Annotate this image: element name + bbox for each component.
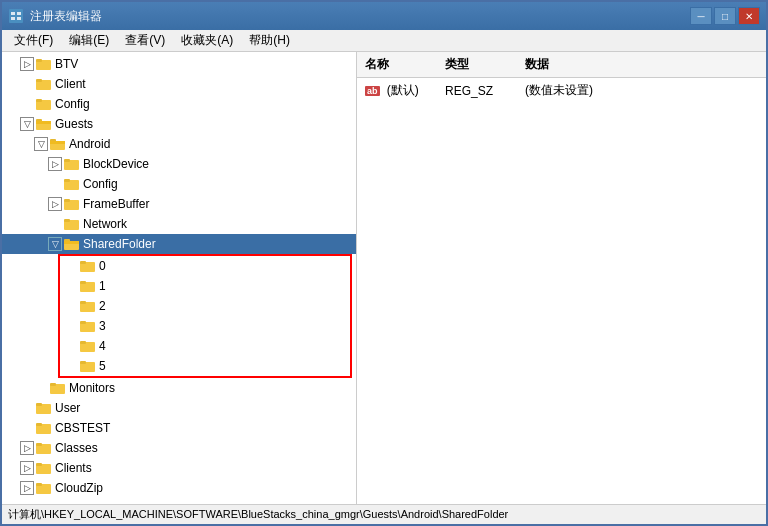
tree-item-classes[interactable]: ▷ Classes <box>2 438 356 458</box>
svg-rect-3 <box>11 17 15 20</box>
title-buttons: ─ □ ✕ <box>690 7 760 25</box>
folder-icon <box>80 359 96 373</box>
col-data: 数据 <box>517 54 597 75</box>
tree-label-network: Network <box>83 217 127 231</box>
maximize-button[interactable]: □ <box>714 7 736 25</box>
detail-pane: 名称 类型 数据 ab (默认) REG_SZ (数值未设置) <box>357 52 766 504</box>
tree-item-android[interactable]: ▽ Android <box>2 134 356 154</box>
expand-android[interactable]: ▽ <box>34 137 48 151</box>
close-button[interactable]: ✕ <box>738 7 760 25</box>
ab-icon: ab <box>365 86 380 96</box>
svg-rect-44 <box>36 403 42 406</box>
tree-pane[interactable]: ▷ BTV Client <box>2 52 357 504</box>
tree-label-cloudzip: CloudZip <box>55 481 103 495</box>
tree-label-framebuffer: FrameBuffer <box>83 197 149 211</box>
tree-item-sf0[interactable]: 0 <box>60 256 350 276</box>
folder-icon <box>36 441 52 455</box>
tree-label-config: Config <box>55 97 90 111</box>
svg-rect-1 <box>11 12 15 15</box>
tree-label-monitors: Monitors <box>69 381 115 395</box>
expand-cloudzip[interactable]: ▷ <box>20 481 34 495</box>
menu-item[interactable]: 编辑(E) <box>61 30 117 51</box>
minimize-button[interactable]: ─ <box>690 7 712 25</box>
detail-row-default[interactable]: ab (默认) REG_SZ (数值未设置) <box>357 78 766 103</box>
folder-icon-open <box>64 237 80 251</box>
svg-rect-36 <box>80 321 86 324</box>
menu-item[interactable]: 文件(F) <box>6 30 61 51</box>
menu-item[interactable]: 收藏夹(A) <box>173 30 241 51</box>
menu-item[interactable]: 查看(V) <box>117 30 173 51</box>
svg-rect-4 <box>17 17 21 20</box>
tree-item-sf2[interactable]: 2 <box>60 296 350 316</box>
tree-item-sharedfolder[interactable]: ▽ SharedFolder <box>2 234 356 254</box>
highlighted-group: 0 1 2 <box>58 254 352 378</box>
tree-item-sf3[interactable]: 3 <box>60 316 350 336</box>
tree-item-monitors[interactable]: Monitors <box>2 378 356 398</box>
tree-label-btv: BTV <box>55 57 78 71</box>
tree-item-framebuffer[interactable]: ▷ FrameBuffer <box>2 194 356 214</box>
tree-item-sf4[interactable]: 4 <box>60 336 350 356</box>
expand-clients[interactable]: ▷ <box>20 461 34 475</box>
tree-item-sf1[interactable]: 1 <box>60 276 350 296</box>
expand-classes[interactable]: ▷ <box>20 441 34 455</box>
svg-rect-11 <box>36 99 42 102</box>
svg-rect-32 <box>80 281 86 284</box>
expand-btv[interactable]: ▷ <box>20 57 34 71</box>
svg-rect-25 <box>64 219 70 222</box>
menu-bar: 文件(F)编辑(E)查看(V)收藏夹(A)帮助(H) <box>2 30 766 52</box>
tree-item-btv[interactable]: ▷ BTV <box>2 54 356 74</box>
tree-item-blockdevice[interactable]: ▷ BlockDevice <box>2 154 356 174</box>
tree-label-blockdevice: BlockDevice <box>83 157 149 171</box>
tree-label-config2: Config <box>83 177 118 191</box>
tree-item-cbstest[interactable]: CBSTEST <box>2 418 356 438</box>
svg-rect-7 <box>36 59 42 62</box>
svg-rect-46 <box>36 423 42 426</box>
tree-label-sharedfolder: SharedFolder <box>83 237 156 251</box>
window-title: 注册表编辑器 <box>30 8 690 25</box>
svg-rect-52 <box>36 483 42 486</box>
tree-item-sf5[interactable]: 5 <box>60 356 350 376</box>
svg-rect-9 <box>36 79 42 82</box>
svg-rect-40 <box>80 361 86 364</box>
tree-label-sf3: 3 <box>99 319 106 333</box>
svg-rect-34 <box>80 301 86 304</box>
svg-rect-42 <box>50 383 56 386</box>
detail-cell-type: REG_SZ <box>437 82 517 100</box>
folder-icon <box>36 401 52 415</box>
tree-label-clients: Clients <box>55 461 92 475</box>
title-bar: 注册表编辑器 ─ □ ✕ <box>2 2 766 30</box>
folder-icon <box>80 339 96 353</box>
tree-label-sf5: 5 <box>99 359 106 373</box>
folder-icon <box>80 279 96 293</box>
svg-rect-0 <box>9 9 23 23</box>
status-text: 计算机\HKEY_LOCAL_MACHINE\SOFTWARE\BlueStac… <box>8 507 508 522</box>
tree-label-client: Client <box>55 77 86 91</box>
tree-item-guests[interactable]: ▽ Guests <box>2 114 356 134</box>
folder-icon <box>36 421 52 435</box>
tree-label-guests: Guests <box>55 117 93 131</box>
main-window: 注册表编辑器 ─ □ ✕ 文件(F)编辑(E)查看(V)收藏夹(A)帮助(H) … <box>0 0 768 526</box>
expand-guests[interactable]: ▽ <box>20 117 34 131</box>
folder-icon <box>80 319 96 333</box>
svg-rect-17 <box>50 141 65 144</box>
detail-cell-data: (数值未设置) <box>517 80 601 101</box>
folder-icon <box>50 381 66 395</box>
tree-label-sf2: 2 <box>99 299 106 313</box>
tree-item-config[interactable]: Config <box>2 94 356 114</box>
tree-label-user: User <box>55 401 80 415</box>
tree-label-cbstest: CBSTEST <box>55 421 110 435</box>
tree-item-client[interactable]: Client <box>2 74 356 94</box>
folder-icon <box>36 481 52 495</box>
expand-sharedfolder[interactable]: ▽ <box>48 237 62 251</box>
folder-icon <box>36 57 52 71</box>
tree-item-network[interactable]: Network <box>2 214 356 234</box>
svg-rect-21 <box>64 179 70 182</box>
folder-icon <box>64 157 80 171</box>
expand-blockdevice[interactable]: ▷ <box>48 157 62 171</box>
tree-item-clients[interactable]: ▷ Clients <box>2 458 356 478</box>
expand-framebuffer[interactable]: ▷ <box>48 197 62 211</box>
menu-item[interactable]: 帮助(H) <box>241 30 298 51</box>
tree-item-user[interactable]: User <box>2 398 356 418</box>
tree-item-cloudzip[interactable]: ▷ CloudZip <box>2 478 356 498</box>
tree-item-config2[interactable]: Config <box>2 174 356 194</box>
